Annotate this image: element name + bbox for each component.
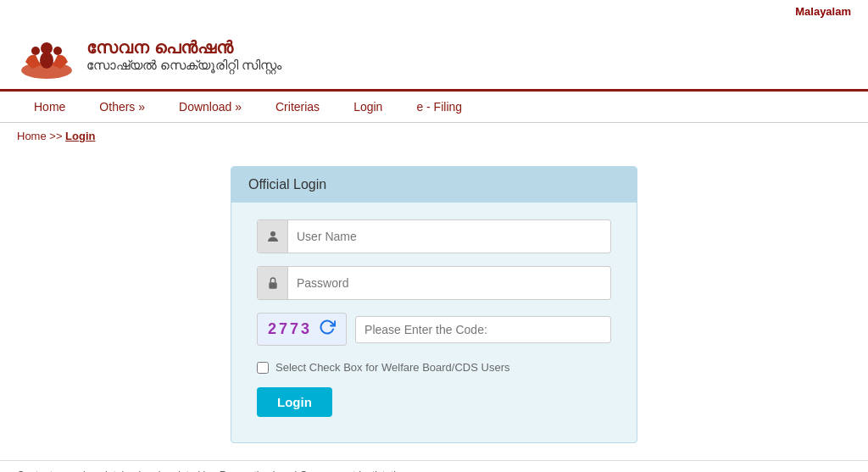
login-header: Official Login	[231, 167, 637, 203]
svg-rect-6	[269, 282, 276, 288]
nav-item-login[interactable]: Login	[337, 92, 399, 122]
language-link[interactable]: Malayalam	[795, 5, 851, 18]
captcha-display: 2773	[257, 313, 347, 346]
username-input[interactable]	[288, 223, 610, 250]
nav-item-criterias[interactable]: Criterias	[259, 92, 337, 122]
logo-text: സേവന പെൻഷൻ സോഷ്യൽ സെക്യൂരിറ്റി സിസ്റ്റം	[86, 38, 281, 73]
nav-item-home[interactable]: Home	[17, 92, 82, 122]
user-icon	[258, 220, 288, 253]
lock-icon	[258, 267, 288, 299]
welfare-board-checkbox[interactable]	[257, 362, 269, 374]
login-box: Official Login	[231, 166, 637, 443]
svg-point-5	[270, 231, 275, 236]
logo-icon	[17, 30, 76, 81]
login-body: 2773 Select Check Box for Welfare Board/…	[231, 203, 637, 442]
breadcrumb-current: Login	[65, 130, 95, 142]
footer: Content owned, maintained and updated by…	[0, 460, 868, 472]
password-row	[257, 266, 611, 300]
svg-point-3	[31, 47, 40, 55]
logo-area: സേവന പെൻഷൻ സോഷ്യൽ സെക്യൂരിറ്റി സിസ്റ്റം	[17, 30, 281, 81]
main-nav: Home Others » Download » Criterias Login…	[0, 92, 868, 123]
captcha-code: 2773	[268, 320, 312, 338]
nav-item-others[interactable]: Others »	[82, 92, 162, 122]
logo-line1: സേവന പെൻഷൻ	[86, 38, 281, 58]
captcha-input[interactable]	[355, 316, 611, 343]
breadcrumb: Home >> Login	[0, 123, 868, 149]
header: സേവന പെൻഷൻ സോഷ്യൽ സെക്യൂരിറ്റി സിസ്റ്റം	[0, 21, 868, 92]
main-content: Official Login	[0, 149, 868, 460]
nav-item-efiling[interactable]: e - Filing	[399, 92, 479, 122]
nav-item-download[interactable]: Download »	[162, 92, 259, 122]
welfare-board-checkbox-row: Select Check Box for Welfare Board/CDS U…	[257, 361, 611, 374]
breadcrumb-home[interactable]: Home	[17, 130, 47, 142]
svg-point-2	[41, 42, 53, 54]
login-title: Official Login	[248, 177, 326, 192]
username-row	[257, 219, 611, 253]
captcha-row: 2773	[257, 313, 611, 346]
logo-line2: സോഷ്യൽ സെക്യൂരിറ്റി സിസ്റ്റം	[86, 58, 281, 73]
welfare-board-label[interactable]: Select Check Box for Welfare Board/CDS U…	[275, 361, 509, 374]
svg-point-4	[53, 47, 62, 55]
captcha-refresh-icon[interactable]	[319, 319, 336, 340]
password-input[interactable]	[288, 269, 610, 297]
breadcrumb-separator: >>	[49, 130, 65, 142]
login-button[interactable]: Login	[257, 387, 332, 417]
top-bar: Malayalam	[0, 0, 868, 21]
